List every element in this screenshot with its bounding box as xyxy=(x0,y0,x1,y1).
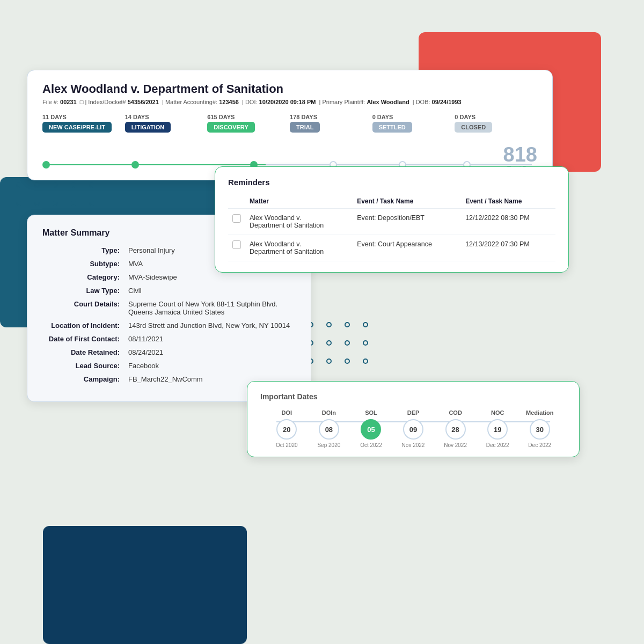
reminder-matter-1: Alex Woodland v. Department of Sanitatio… xyxy=(245,235,353,261)
date-circle-6: 30 xyxy=(530,419,550,440)
matter-value-2: MVA-Sideswipe xyxy=(128,273,296,281)
stage-days-5: 0 DAYS xyxy=(455,114,475,120)
stage-badge-5: CLOSED xyxy=(455,122,492,133)
matter-label-0: Type: xyxy=(42,246,128,254)
matter-label-1: Subtype: xyxy=(42,260,128,268)
tl-dot-0 xyxy=(42,161,50,169)
matter-value-5: 143rd Strett and Junction Blvd, New York… xyxy=(128,321,296,330)
stage-days-1: 14 DAYS xyxy=(125,114,149,120)
date-item-1: DOIn 08 Sep 2020 xyxy=(308,409,350,448)
stage-badge-4: SETTLED xyxy=(372,122,412,133)
file-number: 00231 xyxy=(60,99,77,105)
matter-value-6: 08/11/2021 xyxy=(128,335,296,343)
date-label-top-5: NOC xyxy=(491,409,504,416)
matter-row-7: Date Retained: 08/24/2021 xyxy=(42,348,296,356)
dates-timeline: DOI 20 Oct 2020 DOIn 08 Sep 2020 SOL 05 … xyxy=(260,409,566,448)
reminders-table: Matter Event / Task Name Event / Task Na… xyxy=(228,194,555,261)
stage-days-3: 178 DAYS xyxy=(290,114,317,120)
index-docket: 54356/2021 xyxy=(128,99,159,105)
date-item-6: Mediation 30 Dec 2022 xyxy=(518,409,561,448)
date-month-4: Nov 2022 xyxy=(444,442,467,448)
date-label-top-2: SOL xyxy=(365,409,377,416)
dob-value: 09/24/1993 xyxy=(432,99,462,105)
date-item-0: DOI 20 Oct 2020 xyxy=(266,409,308,448)
stage-days-4: 0 DAYS xyxy=(372,114,393,120)
matter-label-7: Date Retained: xyxy=(42,348,128,356)
date-label-top-1: DOIn xyxy=(322,409,336,416)
matter-label-5: Location of Incident: xyxy=(42,321,128,330)
timeline-stage-3: 178 DAYS TRIAL xyxy=(290,114,372,133)
reminder-date-1: 12/13/2022 07:30 PM xyxy=(461,235,555,261)
date-item-4: COD 28 Nov 2022 xyxy=(434,409,477,448)
date-month-0: Oct 2020 xyxy=(276,442,298,448)
dot-grid-top xyxy=(16,182,101,213)
total-days-number: 818 xyxy=(503,144,537,165)
matter-row-2: Category: MVA-Sideswipe xyxy=(42,273,296,281)
reminders-title: Reminders xyxy=(228,178,555,187)
col-event: Event / Task Name xyxy=(353,194,461,209)
reminder-checkbox-0[interactable] xyxy=(228,209,245,235)
case-header-card: Alex Woodland v. Department of Sanitatio… xyxy=(27,70,553,180)
date-label-top-0: DOI xyxy=(282,409,292,416)
tl-dot-1 xyxy=(131,161,139,169)
date-circle-2: 05 xyxy=(361,419,381,440)
case-meta: File #: 00231 □ | Index/Docket# 54356/20… xyxy=(42,99,537,105)
doi-value: 10/20/2020 09:18 PM xyxy=(259,99,316,105)
date-circle-4: 28 xyxy=(445,419,466,440)
matter-label-3: Law Type: xyxy=(42,287,128,295)
matter-row-3: Law Type: Civil xyxy=(42,287,296,295)
date-item-2: SOL 05 Oct 2022 xyxy=(350,409,392,448)
dates-items: DOI 20 Oct 2020 DOIn 08 Sep 2020 SOL 05 … xyxy=(266,409,561,448)
important-dates-title: Important Dates xyxy=(260,392,566,401)
date-label-top-3: DEP xyxy=(407,409,420,416)
timeline-stage-0: 11 DAYS NEW CASE/PRE-LIT xyxy=(42,114,125,133)
timeline-row: 11 DAYS NEW CASE/PRE-LIT 14 DAYS LITIGAT… xyxy=(42,114,537,133)
stage-badge-0: NEW CASE/PRE-LIT xyxy=(42,122,112,133)
matter-accounting: 123456 xyxy=(219,99,239,105)
date-circle-1: 08 xyxy=(319,419,339,440)
reminder-event-0: Event: Deposition/EBT xyxy=(353,209,461,235)
matter-value-4: Supreme Court of New York 88-11 Sutphin … xyxy=(128,300,296,316)
matter-value-8: Facebook xyxy=(128,362,296,370)
plaintiff-name: Alex Woodland xyxy=(367,99,409,105)
date-circle-3: 09 xyxy=(403,419,423,440)
date-month-6: Dec 2022 xyxy=(528,442,551,448)
matter-value-7: 08/24/2021 xyxy=(128,348,296,356)
timeline-stage-4: 0 DAYS SETTLED xyxy=(372,114,455,133)
reminder-event-1: Event: Court Appearance xyxy=(353,235,461,261)
reminder-row-1: Alex Woodland v. Department of Sanitatio… xyxy=(228,235,555,261)
timeline-stage-5: 0 DAYS CLOSED xyxy=(455,114,537,133)
matter-label-8: Lead Source: xyxy=(42,362,128,370)
col-matter: Matter xyxy=(245,194,353,209)
date-item-5: NOC 19 Dec 2022 xyxy=(477,409,519,448)
reminder-row-0: Alex Woodland v. Department of Sanitatio… xyxy=(228,209,555,235)
date-label-top-4: COD xyxy=(449,409,462,416)
date-label-top-6: Mediation xyxy=(526,409,553,416)
matter-row-5: Location of Incident: 143rd Strett and J… xyxy=(42,321,296,330)
important-dates-card: Important Dates DOI 20 Oct 2020 DOIn 08 … xyxy=(247,381,580,457)
reminders-card: Reminders Matter Event / Task Name Event… xyxy=(215,166,569,273)
reminder-date-0: 12/12/2022 08:30 PM xyxy=(461,209,555,235)
date-circle-5: 19 xyxy=(487,419,508,440)
bg-decoration-darkblue xyxy=(43,526,247,644)
stage-badge-3: TRIAL xyxy=(290,122,320,133)
reminder-matter-0: Alex Woodland v. Department of Sanitatio… xyxy=(245,209,353,235)
date-month-3: Nov 2022 xyxy=(402,442,425,448)
timeline-stage-1: 14 DAYS LITIGATION xyxy=(125,114,208,133)
date-month-2: Oct 2022 xyxy=(360,442,382,448)
stage-badge-2: DISCOVERY xyxy=(207,122,254,133)
matter-label-2: Category: xyxy=(42,273,128,281)
col-date: Event / Task Name xyxy=(461,194,555,209)
matter-value-3: Civil xyxy=(128,287,296,295)
reminder-checkbox-1[interactable] xyxy=(228,235,245,261)
date-circle-0: 20 xyxy=(276,419,297,440)
timeline-line-filled xyxy=(48,164,266,165)
matter-row-8: Lead Source: Facebook xyxy=(42,362,296,370)
case-title: Alex Woodland v. Department of Sanitatio… xyxy=(42,82,537,96)
date-month-5: Dec 2022 xyxy=(486,442,509,448)
matter-row-6: Date of First Contact: 08/11/2021 xyxy=(42,335,296,343)
timeline-stage-2: 615 DAYS DISCOVERY xyxy=(207,114,290,133)
stage-days-0: 11 DAYS xyxy=(42,114,67,120)
matter-label-9: Campaign: xyxy=(42,375,128,383)
col-checkbox xyxy=(228,194,245,209)
